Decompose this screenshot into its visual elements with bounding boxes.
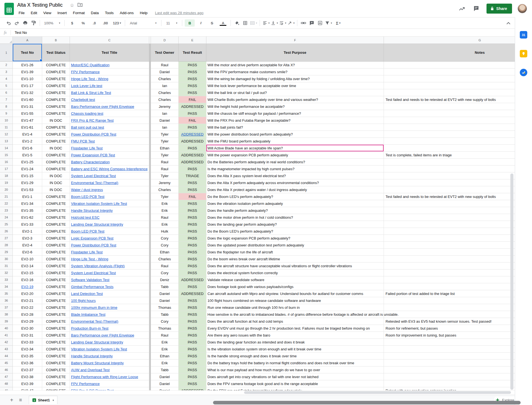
- cell-test-title[interactable]: Hinge Life Test - Wiring: [70, 256, 149, 263]
- cell-notes[interactable]: [384, 249, 515, 256]
- test-title-link[interactable]: Land Detection Test: [71, 292, 103, 296]
- cell-notes[interactable]: Test failed and needs to be retested at …: [384, 193, 515, 200]
- cell-test-owner[interactable]: Daniel: [151, 290, 179, 297]
- cell-test-owner[interactable]: Charles: [151, 89, 179, 96]
- cell-test-title[interactable]: Baro Performance over Flight Envelope: [70, 103, 149, 110]
- cell-test-title[interactable]: FPV Performance: [70, 68, 149, 75]
- test-title-link[interactable]: Logic Expansion PCB Test: [71, 236, 113, 240]
- test-title-link[interactable]: 100hr minumum Burn in time: [71, 305, 117, 310]
- row-number[interactable]: 35: [0, 290, 13, 297]
- cell-notes[interactable]: Test is complete, failed items are in tr…: [384, 152, 515, 159]
- font-size-select[interactable]: 11▾: [164, 19, 179, 27]
- cell-test-owner[interactable]: Erik: [151, 360, 179, 366]
- cell-test-purpose[interactable]: Do the boom wires break over aircraft li…: [206, 256, 384, 263]
- cell-test-purpose[interactable]: Run one release candidate unit through 1…: [206, 304, 384, 311]
- cell-notes[interactable]: Failed portion of test added to the tria…: [384, 290, 515, 297]
- insert-link-button[interactable]: [300, 19, 307, 27]
- test-title-link[interactable]: Chassis loading test: [71, 111, 103, 116]
- cell-test-owner[interactable]: Tyler: [151, 152, 179, 159]
- test-title-link[interactable]: AUW and Overload Test: [71, 368, 110, 372]
- cell-test-purpose[interactable]: Will the wiring be damaged by folding / …: [206, 75, 384, 82]
- cell-test-title[interactable]: Land Detection Test: [70, 290, 149, 297]
- cell-test-owner[interactable]: Erik: [151, 346, 179, 353]
- header-cell-test-no[interactable]: Test No: [13, 44, 42, 62]
- cell-test-title[interactable]: Logic Expansion PCB Test: [70, 235, 149, 242]
- test-title-link[interactable]: Battery and ESC Wiring Compass Interefer…: [71, 167, 148, 171]
- vertical-align-button[interactable]: ▾: [271, 19, 278, 27]
- cell-test-title[interactable]: FMU PCB Test: [70, 138, 149, 145]
- cell-notes[interactable]: [384, 353, 515, 360]
- column-header-e[interactable]: E: [179, 37, 206, 44]
- cell-notes[interactable]: [384, 311, 515, 318]
- strikethrough-button[interactable]: S: [207, 19, 217, 27]
- cell-notes[interactable]: [384, 346, 515, 353]
- cell-test-status[interactable]: COMPLETE: [42, 228, 70, 235]
- move-folder-icon[interactable]: [77, 2, 83, 8]
- cell-test-purpose[interactable]: Does the electrical system function corr…: [206, 269, 384, 276]
- cell-notes[interactable]: [384, 124, 515, 131]
- cell-test-title[interactable]: Flopdapter Life Test: [70, 145, 149, 152]
- cell-test-purpose[interactable]: Will the lock lever performance be accep…: [206, 82, 384, 89]
- cell-notes[interactable]: [384, 297, 515, 304]
- cell-notes[interactable]: [384, 221, 515, 228]
- formula-input[interactable]: Test No: [15, 30, 27, 35]
- menu-insert[interactable]: Insert: [55, 10, 69, 16]
- row-number[interactable]: 31: [0, 263, 13, 269]
- row-number[interactable]: 41: [0, 332, 13, 339]
- increase-decimal-button[interactable]: .00: [100, 19, 110, 27]
- cell-test-owner[interactable]: Daniel: [151, 297, 179, 304]
- cell-test-status[interactable]: COMPLETE: [42, 103, 70, 110]
- cell-test-owner[interactable]: Thomas: [151, 325, 179, 332]
- cell-test-title[interactable]: Power Distribution PCB Test: [70, 242, 149, 249]
- row-number[interactable]: 44: [0, 353, 13, 360]
- cell-test-purpose[interactable]: Does the vibration isolation perform ade…: [206, 200, 384, 207]
- cell-test-purpose[interactable]: Does the landing gear function as intend…: [206, 339, 384, 346]
- test-title-link[interactable]: System Vibration Analysis (Flight): [71, 264, 125, 268]
- cell-test-result[interactable]: ADDRESSED: [179, 290, 206, 297]
- menu-tools[interactable]: Tools: [102, 10, 116, 16]
- cell-test-title[interactable]: Chassis loading test: [70, 110, 149, 117]
- cell-notes[interactable]: Test failed and needs to be retested at …: [384, 96, 515, 103]
- menu-addons[interactable]: Add-ons: [117, 10, 136, 16]
- row-number[interactable]: 36: [0, 297, 13, 304]
- cell-test-no[interactable]: EV1-60: [13, 96, 42, 103]
- cell-test-owner[interactable]: Ian: [151, 124, 179, 131]
- cell-test-no[interactable]: EV2-29: [13, 318, 42, 325]
- header-cell-notes[interactable]: Notes: [384, 44, 515, 62]
- cell-test-owner[interactable]: Charles: [151, 96, 179, 103]
- cell-notes[interactable]: [384, 62, 515, 68]
- cell-test-purpose[interactable]: Will the height hold performance be acce…: [206, 103, 384, 110]
- cell-test-status[interactable]: COMPLETE: [42, 283, 70, 290]
- cell-test-title[interactable]: 100 flight hours: [70, 297, 149, 304]
- star-icon[interactable]: ☆: [70, 2, 74, 8]
- cell-test-no[interactable]: EV1-39: [13, 68, 42, 75]
- cell-test-result[interactable]: ADDRESSED: [179, 276, 206, 283]
- text-color-button[interactable]: A: [218, 19, 228, 27]
- cell-test-title[interactable]: Battery Characterization: [70, 159, 149, 165]
- cell-notes[interactable]: [384, 207, 515, 214]
- cell-test-no[interactable]: EV1-55: [13, 110, 42, 117]
- cell-notes[interactable]: [384, 165, 515, 172]
- cell-test-purpose[interactable]: What is our max payload and how much mar…: [206, 366, 384, 373]
- cell-test-title[interactable]: Handle Structural Integrity: [70, 353, 149, 360]
- add-sheet-button[interactable]: +: [7, 397, 16, 403]
- row-number[interactable]: 25: [0, 221, 13, 228]
- column-header-f[interactable]: F: [206, 37, 384, 44]
- row-number[interactable]: 3: [0, 68, 13, 75]
- test-title-link[interactable]: Gimbal Performance Tests: [71, 285, 113, 289]
- test-title-link[interactable]: 100 flight hours: [71, 299, 96, 303]
- cell-test-no[interactable]: EV1-4: [13, 131, 42, 138]
- cell-test-no[interactable]: EV1-31: [13, 103, 42, 110]
- row-number[interactable]: 30: [0, 256, 13, 263]
- cell-test-result[interactable]: PASS: [179, 360, 206, 366]
- cell-test-result[interactable]: PASS: [179, 75, 206, 82]
- test-title-link[interactable]: FPV Performance: [71, 382, 100, 386]
- test-title-link[interactable]: Handle Structural Integrity: [71, 208, 113, 213]
- cell-notes[interactable]: [384, 235, 515, 242]
- cell-test-no[interactable]: EV1-6: [13, 145, 42, 152]
- browser-scrollbar[interactable]: [213, 401, 521, 404]
- cell-test-purpose[interactable]: Does the aircraft structure have unaccep…: [206, 263, 384, 269]
- font-select[interactable]: Arial▾: [128, 19, 159, 27]
- cell-test-title[interactable]: Baro Performance over Flight Envelope: [70, 332, 149, 339]
- cell-test-status[interactable]: COMPLETE: [42, 193, 70, 200]
